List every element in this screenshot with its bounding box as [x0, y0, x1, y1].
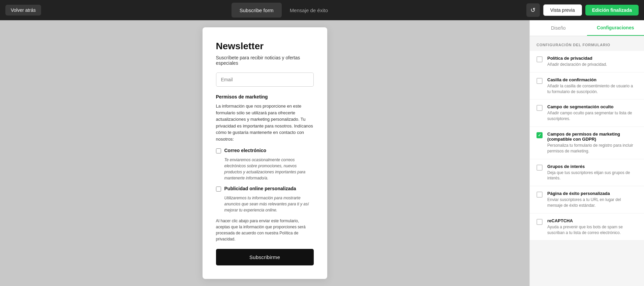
checkbox-email-label: Correo electrónico [224, 148, 266, 153]
tab-success-message[interactable]: Mensaje de éxito [282, 3, 336, 18]
setting-name-hidden: Campo de segmentación oculto [547, 104, 637, 109]
setting-name-gdpr: Campos de permisos de marketing (compati… [547, 132, 637, 142]
setting-desc-recaptcha: Ayuda a prevenir que los bots de spam se… [547, 224, 637, 236]
checkbox-ads-note: Utilizaremos tu información para mostrar… [224, 195, 314, 213]
nav-right: ↺ Vista previa Edición finalizada [526, 3, 639, 17]
setting-item-interest[interactable]: Grupos de interésDeja que tus suscriptor… [530, 159, 644, 187]
setting-item-hidden[interactable]: Campo de segmentación ocultoAñadir campo… [530, 99, 644, 127]
history-icon: ↺ [530, 6, 535, 14]
checkbox-email-note: Te enviaremos ocasionalmente correos ele… [224, 157, 314, 181]
email-input[interactable] [216, 73, 314, 87]
setting-checkbox-interest[interactable] [536, 165, 543, 171]
marketing-desc: La información que nos proporcione en es… [216, 103, 314, 142]
checkbox-ads[interactable] [216, 187, 221, 192]
setting-desc-gdpr: Personaliza tu formulario de registro pa… [547, 143, 637, 154]
setting-checkbox-hidden[interactable] [536, 105, 543, 111]
setting-checkbox-confirmation[interactable] [536, 78, 543, 84]
panel-tabs: Diseño Configuraciones [530, 20, 644, 36]
form-title: Newsletter [216, 41, 314, 52]
back-button[interactable]: Volver atrás [5, 5, 41, 16]
settings-list: Política de privacidadAñadir declaración… [530, 51, 644, 240]
nav-left: Volver atrás [5, 5, 41, 16]
setting-item-privacy[interactable]: Política de privacidadAñadir declaración… [530, 51, 644, 73]
setting-name-confirmation: Casilla de confirmación [547, 77, 637, 82]
setting-item-confirmation[interactable]: Casilla de confirmaciónAñadir la casilla… [530, 73, 644, 100]
tab-design[interactable]: Diseño [530, 20, 587, 36]
setting-name-recaptcha: reCAPTCHA [547, 218, 637, 223]
setting-item-success_page[interactable]: Página de éxito personalizadaEnviar susc… [530, 186, 644, 213]
setting-name-privacy: Política de privacidad [547, 56, 637, 61]
marketing-title: Permisos de marketing [216, 94, 314, 99]
form-subtitle: Suscríbete para recibir noticias y ofert… [216, 55, 314, 66]
setting-checkbox-recaptcha[interactable] [536, 219, 543, 225]
right-panel: Diseño Configuraciones CONFIGURACIÓN DEL… [529, 20, 644, 286]
form-card: Newsletter Suscríbete para recibir notic… [203, 27, 327, 279]
subscribe-button[interactable]: Subscribirme [216, 249, 314, 265]
setting-checkbox-gdpr[interactable] [536, 132, 543, 138]
history-button[interactable]: ↺ [526, 3, 540, 17]
setting-checkbox-success_page[interactable] [536, 192, 543, 198]
setting-desc-success_page: Enviar suscriptores a tu URL en lugar de… [547, 197, 637, 208]
setting-desc-privacy: Añadir declaración de privacidad. [547, 62, 637, 67]
setting-checkbox-privacy[interactable] [536, 56, 543, 62]
finish-button[interactable]: Edición finalizada [585, 5, 639, 16]
checkbox-row-ads: Publicidad online personalizada [216, 186, 314, 192]
top-navigation: Volver atrás Subscribe form Mensaje de é… [0, 0, 644, 20]
setting-desc-confirmation: Añadir la casilla de consentimiento de u… [547, 83, 637, 95]
main-content: Newsletter Suscríbete para recibir notic… [0, 20, 644, 286]
setting-item-gdpr[interactable]: Campos de permisos de marketing (compati… [530, 127, 644, 159]
setting-name-success_page: Página de éxito personalizada [547, 191, 637, 196]
tab-config[interactable]: Configuraciones [587, 20, 644, 36]
nav-center: Subscribe form Mensaje de éxito [232, 3, 336, 18]
checkbox-ads-label: Publicidad online personalizada [224, 186, 296, 191]
setting-name-interest: Grupos de interés [547, 164, 637, 169]
privacy-note: Al hacer clic abajo para enviar este for… [216, 218, 314, 242]
checkbox-email[interactable] [216, 148, 221, 153]
preview-button[interactable]: Vista previa [543, 4, 582, 16]
setting-desc-hidden: Añadir campo oculto para segmentar tu li… [547, 110, 637, 122]
tab-subscribe-form[interactable]: Subscribe form [232, 3, 282, 18]
checkbox-row-email: Correo electrónico [216, 148, 314, 153]
canvas-area: Newsletter Suscríbete para recibir notic… [0, 20, 529, 286]
setting-desc-interest: Deja que tus suscriptores elijan sus gru… [547, 170, 637, 181]
section-title: CONFIGURACIÓN DEL FORMULARIO [530, 36, 644, 51]
setting-item-recaptcha[interactable]: reCAPTCHAAyuda a prevenir que los bots d… [530, 213, 644, 241]
